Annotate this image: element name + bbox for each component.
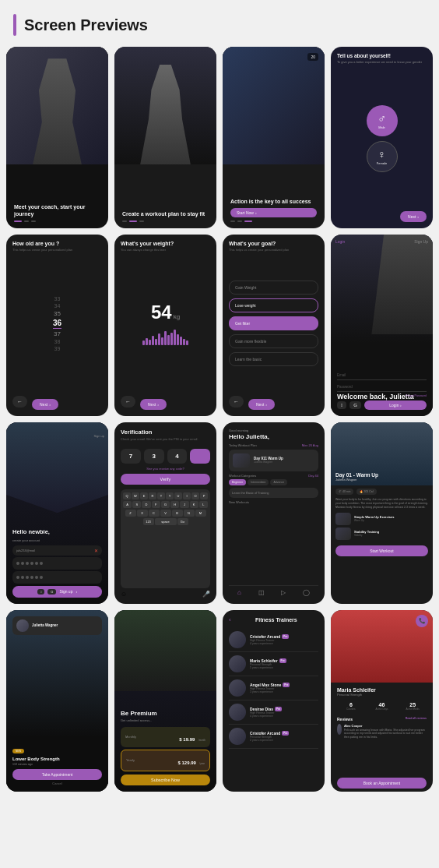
- login-tab[interactable]: Login: [335, 239, 345, 244]
- key-o[interactable]: O: [191, 492, 199, 499]
- login-submit-button[interactable]: Login ›: [364, 400, 427, 410]
- back-button[interactable]: ←: [12, 396, 27, 408]
- trainer-exp-5: 2 years experience: [250, 739, 318, 742]
- back-button[interactable]: ←: [121, 396, 135, 408]
- read-all-link[interactable]: Read all reviews: [406, 717, 427, 720]
- next-button[interactable]: Next ›: [400, 211, 427, 222]
- key-w[interactable]: W: [132, 492, 139, 499]
- key-q[interactable]: Q: [123, 492, 131, 499]
- cat-intermediate[interactable]: Intermediate: [248, 479, 269, 485]
- start-workout-button[interactable]: Start Workout: [335, 545, 428, 556]
- key-e[interactable]: E: [140, 492, 148, 499]
- key-x[interactable]: X: [137, 510, 148, 517]
- key-n[interactable]: N: [184, 510, 195, 517]
- appointment-subtitle: 110 minutes ago: [12, 763, 102, 766]
- key-a[interactable]: A: [123, 501, 132, 508]
- key-y[interactable]: Y: [166, 492, 174, 499]
- key-d[interactable]: D: [142, 501, 150, 508]
- key-v[interactable]: V: [160, 510, 171, 517]
- next-button[interactable]: Next ›: [140, 399, 167, 410]
- goal-flexible[interactable]: Gain more flexible: [229, 334, 318, 348]
- active-days-number: 46: [368, 702, 396, 707]
- weight-subtitle: You can always change this later: [121, 248, 210, 252]
- confirm-password-input[interactable]: [12, 571, 102, 584]
- google-login-button[interactable]: G: [349, 401, 361, 409]
- password-input[interactable]: [12, 557, 102, 570]
- key-123[interactable]: 123: [143, 518, 154, 525]
- home-nav-icon[interactable]: ⌂: [237, 589, 241, 596]
- call-button[interactable]: 📞: [416, 615, 428, 627]
- email-input[interactable]: juls234@mail ✕: [12, 545, 102, 556]
- goal-gain-weight[interactable]: Gain Weight: [229, 281, 318, 295]
- key-g[interactable]: G: [161, 501, 170, 508]
- key-go[interactable]: Go: [177, 518, 188, 525]
- back-icon[interactable]: ‹: [229, 616, 231, 623]
- key-j[interactable]: J: [180, 501, 188, 508]
- goal-lose-weight[interactable]: Lose weight: [229, 298, 318, 312]
- key-p[interactable]: P: [200, 492, 208, 499]
- age-item-selected[interactable]: 36: [53, 319, 61, 329]
- cat-advance[interactable]: Advance: [270, 479, 287, 485]
- trainer-item-3[interactable]: Angel Max Stone Pro High Fitness Trainer…: [229, 676, 318, 700]
- female-button[interactable]: ♀ Female: [367, 141, 398, 172]
- apple-login-button[interactable]: : [337, 401, 346, 409]
- key-t[interactable]: T: [157, 492, 165, 499]
- start-now-button[interactable]: Start Now ›: [230, 208, 317, 217]
- signup-tab[interactable]: Sign Up: [414, 239, 428, 244]
- play-nav-icon[interactable]: ▷: [281, 589, 286, 596]
- trainer-avatar-2: [229, 655, 246, 672]
- chart-nav-icon[interactable]: ◫: [258, 589, 265, 596]
- code-box-4[interactable]: [190, 449, 210, 464]
- code-box-1[interactable]: 7: [121, 449, 141, 464]
- trainer-badge-3: Pro: [283, 683, 290, 687]
- premium-title: Be Premium: [121, 710, 210, 717]
- trainer-item-2[interactable]: Maria Schleifer Pro Personal Strength 5 …: [229, 652, 318, 676]
- cat-beginner[interactable]: Beginner: [229, 479, 246, 485]
- key-m[interactable]: M: [195, 510, 206, 517]
- key-u[interactable]: U: [174, 492, 182, 499]
- password-field[interactable]: Password: [337, 383, 427, 392]
- emoji-key[interactable]: ☺: [121, 591, 127, 598]
- code-box-3[interactable]: 4: [167, 449, 188, 464]
- workout-card[interactable]: Day 911 Warm Up Julietta Wagner: [229, 450, 318, 471]
- goal-basics[interactable]: Learn the basic: [229, 352, 318, 366]
- back-button[interactable]: ←: [229, 396, 244, 408]
- key-z[interactable]: Z: [125, 510, 136, 517]
- email-field[interactable]: Email: [337, 371, 427, 380]
- key-r[interactable]: R: [149, 492, 156, 499]
- trainer-item-5[interactable]: Cristofer Arcand Pro Personal Strength 2…: [229, 725, 318, 749]
- key-f[interactable]: F: [152, 501, 160, 508]
- profile-nav-icon[interactable]: ◯: [303, 589, 310, 596]
- key-space[interactable]: space: [155, 518, 177, 525]
- trainer-item-4[interactable]: Desirae Dias Pro High Fitness Trainer 4 …: [229, 700, 318, 725]
- monthly-plan[interactable]: Monthly $ 19.99 /month: [121, 727, 210, 747]
- male-button[interactable]: ♂ Male: [367, 105, 398, 136]
- key-s[interactable]: S: [132, 501, 141, 508]
- goal-subtitle: This helps us create your personalized p…: [229, 248, 318, 252]
- take-appointment-button[interactable]: Take Appointment: [12, 769, 102, 780]
- trainer-item-1[interactable]: Cristofer Arcand Pro High Fitness Traine…: [229, 628, 318, 652]
- key-k[interactable]: K: [190, 501, 198, 508]
- key-i[interactable]: I: [183, 492, 191, 499]
- key-l[interactable]: L: [199, 501, 208, 508]
- card-action: 20 Action is the key to all success Star…: [223, 47, 325, 228]
- key-b[interactable]: B: [172, 510, 183, 517]
- card-welcome: Login Sign Up Welcome back, Julietta Ema…: [331, 235, 433, 416]
- cancel-button[interactable]: Cancel: [12, 782, 102, 785]
- next-button[interactable]: Next ›: [248, 399, 275, 410]
- book-appointment-button[interactable]: Book an Appointment: [337, 778, 427, 789]
- yearly-plan[interactable]: Yearly $ 129.99 /year: [121, 750, 210, 771]
- mic-key[interactable]: 🎤: [202, 591, 210, 598]
- resend-link[interactable]: See you receive any code?: [121, 467, 210, 471]
- trainer-info-3: Angel Max Stone Pro High Fitness Trainer…: [250, 683, 318, 693]
- key-c[interactable]: C: [149, 510, 160, 517]
- signup-button[interactable]:  G Sign up ›: [12, 586, 102, 598]
- key-h[interactable]: H: [170, 501, 179, 508]
- subscribe-button[interactable]: Subscribe Now: [121, 774, 210, 785]
- forgot-password-link[interactable]: Forgot Password: [337, 394, 427, 397]
- code-box-2[interactable]: 3: [144, 449, 164, 464]
- verify-button[interactable]: Verify: [121, 474, 210, 485]
- next-button[interactable]: Next ›: [32, 399, 58, 410]
- page-header: Screen Previews: [0, 0, 439, 47]
- goal-get-fitter[interactable]: Get fitter: [229, 316, 318, 330]
